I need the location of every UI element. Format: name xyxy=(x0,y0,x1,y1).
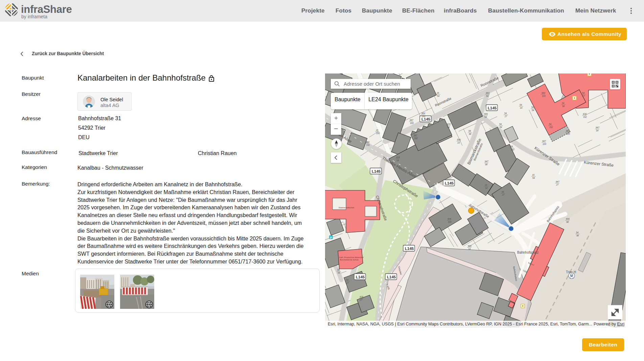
svg-text:54: 54 xyxy=(484,116,487,118)
svg-text:98: 98 xyxy=(485,163,488,166)
svg-text:54: 54 xyxy=(549,123,552,125)
svg-text:984: 984 xyxy=(566,130,570,132)
svg-text:54: 54 xyxy=(504,112,507,114)
svg-text:506: 506 xyxy=(447,218,451,220)
svg-text:947: 947 xyxy=(410,119,413,121)
svg-text:428: 428 xyxy=(583,113,586,115)
svg-text:54: 54 xyxy=(582,92,585,94)
svg-text:14: 14 xyxy=(485,187,488,189)
svg-text:506: 506 xyxy=(484,113,488,115)
svg-text:54: 54 xyxy=(531,106,534,108)
svg-text:506: 506 xyxy=(566,218,570,220)
svg-text:100: 100 xyxy=(376,132,380,134)
svg-text:P: P xyxy=(330,236,332,239)
svg-text:15: 15 xyxy=(532,174,535,176)
svg-text:L145: L145 xyxy=(387,275,396,279)
svg-text:100: 100 xyxy=(366,144,370,146)
svg-text:Berufsbildende Schule: Berufsbildende Schule xyxy=(340,259,359,261)
svg-text:54: 54 xyxy=(502,191,504,193)
svg-text:54: 54 xyxy=(337,269,340,271)
svg-text:506: 506 xyxy=(468,245,472,247)
svg-text:54: 54 xyxy=(499,123,502,125)
svg-text:27: 27 xyxy=(502,194,505,196)
svg-text:L145: L145 xyxy=(405,247,414,251)
svg-text:192: 192 xyxy=(414,137,418,140)
svg-text:14: 14 xyxy=(520,107,523,109)
svg-text:947: 947 xyxy=(596,126,599,129)
svg-text:14: 14 xyxy=(457,142,460,144)
svg-text:947: 947 xyxy=(542,140,546,142)
svg-text:54: 54 xyxy=(437,95,440,97)
svg-text:483: 483 xyxy=(486,92,489,94)
svg-text:192: 192 xyxy=(583,116,587,118)
svg-text:15: 15 xyxy=(485,184,487,186)
svg-text:984: 984 xyxy=(542,92,545,94)
svg-text:14: 14 xyxy=(396,159,399,162)
svg-text:54: 54 xyxy=(338,272,340,274)
svg-text:27: 27 xyxy=(504,115,507,118)
svg-text:98: 98 xyxy=(469,133,472,135)
svg-text:Kath. Privatschule Mariendorf: Kath. Privatschule Mariendorf xyxy=(339,256,364,258)
svg-text:98: 98 xyxy=(562,105,565,107)
svg-text:L145: L145 xyxy=(488,106,497,110)
svg-text:27: 27 xyxy=(360,299,363,301)
svg-text:947: 947 xyxy=(556,180,559,183)
svg-text:192: 192 xyxy=(511,148,514,151)
svg-text:14: 14 xyxy=(447,126,450,128)
svg-text:14: 14 xyxy=(468,248,471,250)
svg-text:54: 54 xyxy=(500,126,502,128)
svg-text:Staatsanwaltschaft: Staatsanwaltschaft xyxy=(339,207,354,209)
svg-text:98: 98 xyxy=(576,234,579,237)
svg-text:947: 947 xyxy=(414,134,417,136)
svg-text:L145: L145 xyxy=(421,117,431,121)
svg-text:54: 54 xyxy=(562,102,565,104)
svg-text:428: 428 xyxy=(396,156,400,158)
svg-text:100: 100 xyxy=(543,143,546,145)
svg-text:L145: L145 xyxy=(356,275,365,279)
svg-text:984: 984 xyxy=(421,112,425,114)
svg-text:428: 428 xyxy=(447,123,451,125)
svg-text:27: 27 xyxy=(556,184,559,186)
svg-text:192: 192 xyxy=(549,126,553,128)
svg-text:54: 54 xyxy=(468,130,471,132)
svg-text:27: 27 xyxy=(346,282,349,284)
svg-text:100: 100 xyxy=(448,221,452,223)
svg-text:506: 506 xyxy=(457,139,461,141)
svg-text:L145: L145 xyxy=(372,169,381,173)
svg-text:54: 54 xyxy=(576,231,579,234)
svg-text:15: 15 xyxy=(376,129,378,131)
svg-text:54: 54 xyxy=(596,129,599,132)
svg-text:54: 54 xyxy=(486,95,489,97)
svg-text:27: 27 xyxy=(582,95,585,97)
svg-text:54: 54 xyxy=(532,109,534,111)
svg-text:98: 98 xyxy=(566,221,569,223)
svg-text:984: 984 xyxy=(366,141,369,143)
svg-text:947: 947 xyxy=(485,160,488,163)
svg-text:54: 54 xyxy=(510,145,513,148)
svg-text:100: 100 xyxy=(542,95,546,97)
svg-text:15: 15 xyxy=(437,92,439,94)
svg-text:100: 100 xyxy=(410,122,414,124)
svg-text:54: 54 xyxy=(520,104,522,106)
svg-text:428: 428 xyxy=(360,296,363,298)
svg-text:100: 100 xyxy=(566,133,570,135)
svg-text:192: 192 xyxy=(422,115,426,118)
svg-text:L145: L145 xyxy=(445,181,454,185)
svg-text:Bahnhofsplatz: Bahnhofsplatz xyxy=(517,251,538,254)
svg-text:54: 54 xyxy=(346,279,349,281)
svg-text:54: 54 xyxy=(532,177,535,179)
